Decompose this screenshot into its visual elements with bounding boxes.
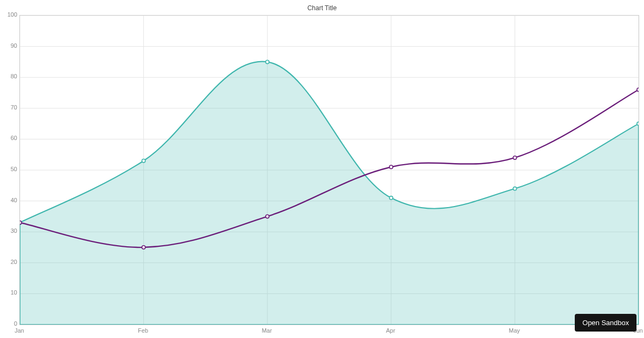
chart-svg <box>20 16 639 325</box>
chart-plot-area <box>19 15 639 325</box>
area-point <box>266 60 269 63</box>
y-tick: 90 <box>1 42 17 49</box>
x-tick: Jan <box>14 327 24 334</box>
y-tick: 0 <box>1 320 17 327</box>
line-point <box>390 165 393 168</box>
chart-title: Chart Title <box>308 4 337 12</box>
area-point <box>513 187 516 190</box>
y-tick: 10 <box>1 289 17 296</box>
y-tick: 70 <box>1 104 17 111</box>
y-tick: 40 <box>1 197 17 203</box>
area-point <box>637 122 639 125</box>
y-tick: 30 <box>1 227 17 234</box>
line-point <box>142 246 145 249</box>
x-tick: Apr <box>386 327 395 334</box>
area-point <box>142 159 145 163</box>
line-point <box>20 221 21 224</box>
x-tick: Feb <box>138 327 148 334</box>
y-tick: 60 <box>1 135 17 141</box>
series-area <box>20 62 639 325</box>
area-point <box>390 196 393 200</box>
open-sandbox-button[interactable]: Open Sandbox <box>575 314 636 332</box>
x-tick: Mar <box>262 327 272 334</box>
line-point <box>637 88 639 91</box>
y-tick: 50 <box>1 166 17 172</box>
y-tick: 80 <box>1 73 17 79</box>
y-tick: 100 <box>1 11 17 18</box>
y-tick: 20 <box>1 259 17 265</box>
line-point <box>266 215 269 218</box>
line-point <box>513 156 516 159</box>
x-tick: May <box>509 327 520 334</box>
